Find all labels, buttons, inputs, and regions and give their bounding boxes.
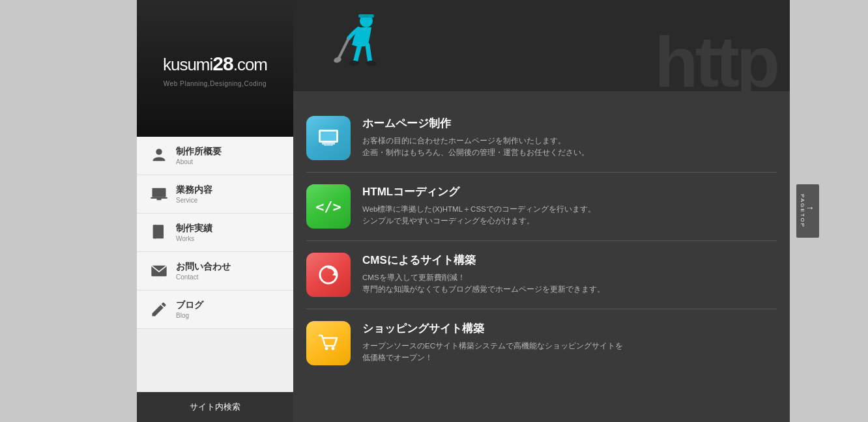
nav-label-service-ja: 業務内容: [176, 184, 212, 196]
service-icon-html: </>: [306, 184, 351, 229]
service-icon-cms: [306, 253, 351, 297]
nav-label-about-ja: 制作所概要: [176, 146, 222, 158]
hero-section: http: [293, 0, 790, 91]
service-title-homepage: ホームページ制作: [362, 116, 589, 131]
site-title: kusumi28.com: [163, 53, 267, 75]
nav-label-works-ja: 制作実績: [176, 223, 212, 234]
service-desc-html: Web標準に準拠した(X)HTML＋CSSでのコーディングを行います。 シンプル…: [362, 203, 596, 227]
service-item-shopping: ショッピングサイト構築 オープンソースのECサイト構築システムで高機能なショッピ…: [306, 309, 777, 377]
services-section: ホームページ制作 お客様の目的に合わせたホームページを制作いたします。 企画・制…: [293, 91, 790, 422]
laptop-icon: [150, 185, 168, 203]
mail-icon: [150, 262, 168, 280]
site-title-suffix: .com: [233, 55, 267, 74]
nav-label-about-en: About: [176, 158, 222, 165]
service-desc-cms: CMSを導入して更新費削減！ 専門的な知識がなくてもブログ感覚でホームページを更…: [362, 272, 605, 296]
service-title-html: HTMLコーディング: [362, 184, 596, 199]
service-desc-shopping: オープンソースのECサイト構築システムで高機能なショッピングサイトを 低価格でオ…: [362, 340, 623, 364]
pagetop-arrow: ↑: [805, 194, 816, 224]
hero-text: http: [654, 26, 777, 91]
service-item-html: </> HTMLコーディング Web標準に準拠した(X)HTML＋CSSでのコー…: [306, 173, 777, 241]
search-bar[interactable]: サイト内検索: [137, 392, 293, 422]
svg-rect-1: [152, 188, 166, 197]
svg-point-20: [332, 347, 335, 350]
right-panel: ↑ PAGETOP: [790, 0, 868, 422]
service-icon-homepage: [306, 116, 351, 160]
svg-point-10: [333, 56, 342, 64]
svg-rect-15: [322, 143, 335, 145]
svg-rect-8: [358, 14, 374, 18]
nav-label-contact-ja: お問い合わせ: [176, 261, 231, 273]
code-symbol: </>: [315, 199, 341, 215]
service-item-cms: CMSによるサイト構築 CMSを導入して更新費削減！ 専門的な知識がなくてもブロ…: [306, 241, 777, 309]
nav-item-works[interactable]: 制作実績 Works: [137, 214, 293, 252]
nav-label-blog-ja: ブログ: [176, 300, 203, 311]
construction-icon: [332, 9, 384, 85]
person-icon: [150, 147, 168, 165]
svg-point-11: [349, 61, 359, 66]
svg-rect-2: [151, 197, 167, 199]
site-title-number: 28: [212, 53, 233, 74]
svg-line-9: [339, 38, 349, 58]
svg-point-19: [325, 347, 328, 350]
pagetop-label: PAGETOP: [800, 194, 805, 228]
svg-rect-16: [324, 145, 333, 146]
svg-rect-14: [321, 132, 336, 141]
main-content: http ホームページ制作 お客様の目的に合わせたホームページを制作いたします。…: [293, 0, 790, 422]
service-title-shopping: ショッピングサイト構築: [362, 321, 623, 336]
site-subtitle: Web Planning,Designing,Coding: [164, 80, 267, 87]
svg-point-12: [366, 61, 377, 66]
service-icon-shopping: [306, 321, 351, 365]
sidebar: kusumi28.com Web Planning,Designing,Codi…: [137, 0, 293, 422]
nav-item-contact[interactable]: お問い合わせ Contact: [137, 252, 293, 290]
nav-item-blog[interactable]: ブログ Blog: [137, 290, 293, 329]
service-title-cms: CMSによるサイト構築: [362, 253, 605, 268]
pen-icon: [150, 300, 168, 318]
service-desc-homepage: お客様の目的に合わせたホームページを制作いたします。 企画・制作はもちろん、公開…: [362, 135, 589, 159]
nav-label-contact-en: Contact: [176, 274, 231, 281]
nav-label-service-en: Service: [176, 197, 212, 204]
book-icon: [150, 223, 168, 242]
svg-rect-5: [154, 225, 156, 238]
service-item-homepage: ホームページ制作 お客様の目的に合わせたホームページを制作いたします。 企画・制…: [306, 104, 777, 173]
left-spacer: [0, 0, 137, 422]
sidebar-nav: 制作所概要 About 業務内容 Service: [137, 137, 293, 392]
sidebar-header: kusumi28.com Web Planning,Designing,Codi…: [137, 0, 293, 137]
nav-item-about[interactable]: 制作所概要 About: [137, 137, 293, 175]
svg-point-0: [156, 149, 162, 155]
site-title-prefix: kusumi: [163, 55, 212, 74]
nav-item-service[interactable]: 業務内容 Service: [137, 175, 293, 214]
svg-rect-3: [157, 199, 162, 200]
nav-label-blog-en: Blog: [176, 312, 203, 319]
nav-label-works-en: Works: [176, 235, 212, 242]
pagetop-button[interactable]: ↑ PAGETOP: [796, 184, 819, 238]
